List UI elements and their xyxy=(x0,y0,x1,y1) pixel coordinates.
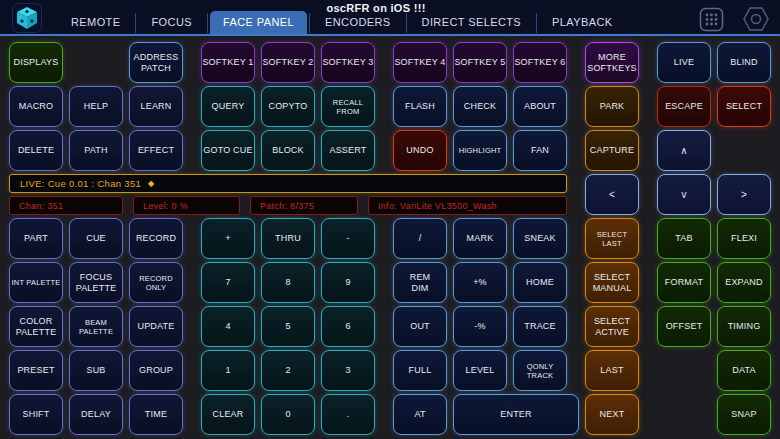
blind-button[interactable]: BLIND xyxy=(717,42,771,83)
offset-button[interactable]: OFFSET xyxy=(657,306,711,347)
select-button[interactable]: SELECT xyxy=(717,86,771,127)
minus-percent-button[interactable]: -% xyxy=(453,306,507,347)
part-button[interactable]: PART xyxy=(9,218,63,259)
copyto-button[interactable]: COPYTO xyxy=(261,86,315,127)
trace-button[interactable]: TRACE xyxy=(513,306,567,347)
digit-3-button[interactable]: 3 xyxy=(321,350,375,391)
path-button[interactable]: PATH xyxy=(69,130,123,171)
macro-button[interactable]: MACRO xyxy=(9,86,63,127)
timing-button[interactable]: TIMING xyxy=(717,306,771,347)
displays-button[interactable]: DISPLAYS xyxy=(9,42,63,83)
time-button[interactable]: TIME xyxy=(129,394,183,435)
about-button[interactable]: ABOUT xyxy=(513,86,567,127)
at-button[interactable]: AT xyxy=(393,394,447,435)
data-button[interactable]: DATA xyxy=(717,350,771,391)
tab-direct-selects[interactable]: DIRECT SELECTS xyxy=(409,11,535,34)
digit-4-button[interactable]: 4 xyxy=(201,306,255,347)
plus-button[interactable]: + xyxy=(201,218,255,259)
select-manual-button[interactable]: SELECT MANUAL xyxy=(585,262,639,303)
digit-2-button[interactable]: 2 xyxy=(261,350,315,391)
mark-button[interactable]: MARK xyxy=(453,218,507,259)
fan-button[interactable]: FAN xyxy=(513,130,567,171)
escape-button[interactable]: ESCAPE xyxy=(657,86,711,127)
next-button[interactable]: NEXT xyxy=(585,394,639,435)
tab-button[interactable]: TAB xyxy=(657,218,711,259)
out-button[interactable]: OUT xyxy=(393,306,447,347)
help-button[interactable]: HELP xyxy=(69,86,123,127)
softkey-2-button[interactable]: SOFTKEY 2 xyxy=(261,42,315,83)
softkey-6-button[interactable]: SOFTKEY 6 xyxy=(513,42,567,83)
record-button[interactable]: RECORD xyxy=(129,218,183,259)
digit-6-button[interactable]: 6 xyxy=(321,306,375,347)
nav-up-button[interactable]: ∧ xyxy=(657,130,711,171)
highlight-button[interactable]: HIGHLIGHT xyxy=(453,130,507,171)
plus-percent-button[interactable]: +% xyxy=(453,262,507,303)
sneak-button[interactable]: SNEAK xyxy=(513,218,567,259)
sub-button[interactable]: SUB xyxy=(69,350,123,391)
undo-button[interactable]: UNDO xyxy=(393,130,447,171)
thru-button[interactable]: THRU xyxy=(261,218,315,259)
last-button[interactable]: LAST xyxy=(585,350,639,391)
cue-button[interactable]: CUE xyxy=(69,218,123,259)
minus-button[interactable]: - xyxy=(321,218,375,259)
preset-button[interactable]: PRESET xyxy=(9,350,63,391)
dot-button[interactable]: . xyxy=(321,394,375,435)
nav-right-button[interactable]: > xyxy=(717,174,771,215)
qonly-track-button[interactable]: QONLY TRACK xyxy=(513,350,567,391)
beam-palette-button[interactable]: BEAM PALETTE xyxy=(69,306,123,347)
digit-7-button[interactable]: 7 xyxy=(201,262,255,303)
check-button[interactable]: CHECK xyxy=(453,86,507,127)
flash-button[interactable]: FLASH xyxy=(393,86,447,127)
effect-button[interactable]: EFFECT xyxy=(129,130,183,171)
assert-button[interactable]: ASSERT xyxy=(321,130,375,171)
live-button[interactable]: LIVE xyxy=(657,42,711,83)
group-button[interactable]: GROUP xyxy=(129,350,183,391)
more-softkeys-button[interactable]: MORE SOFTKEYS xyxy=(585,42,639,83)
query-button[interactable]: QUERY xyxy=(201,86,255,127)
softkey-1-button[interactable]: SOFTKEY 1 xyxy=(201,42,255,83)
level-button[interactable]: LEVEL xyxy=(453,350,507,391)
delay-button[interactable]: DELAY xyxy=(69,394,123,435)
slash-button[interactable]: / xyxy=(393,218,447,259)
softkey-3-button[interactable]: SOFTKEY 3 xyxy=(321,42,375,83)
tab-encoders[interactable]: ENCODERS xyxy=(312,11,404,34)
flexi-button[interactable]: FLEXI xyxy=(717,218,771,259)
shift-button[interactable]: SHIFT xyxy=(9,394,63,435)
softkey-5-button[interactable]: SOFTKEY 5 xyxy=(453,42,507,83)
recall-from-button[interactable]: RECALL FROM xyxy=(321,86,375,127)
full-button[interactable]: FULL xyxy=(393,350,447,391)
learn-button[interactable]: LEARN xyxy=(129,86,183,127)
tab-focus[interactable]: FOCUS xyxy=(138,11,205,34)
goto-cue-button[interactable]: GOTO CUE xyxy=(201,130,255,171)
grid-icon[interactable] xyxy=(699,7,724,32)
update-button[interactable]: UPDATE xyxy=(129,306,183,347)
nav-left-button[interactable]: < xyxy=(585,174,639,215)
record-only-button[interactable]: RECORD ONLY xyxy=(129,262,183,303)
enter-button[interactable]: ENTER xyxy=(453,394,579,435)
clear-button[interactable]: CLEAR xyxy=(201,394,255,435)
digit-5-button[interactable]: 5 xyxy=(261,306,315,347)
expand-button[interactable]: EXPAND xyxy=(717,262,771,303)
nav-down-button[interactable]: v xyxy=(657,174,711,215)
digit-0-button[interactable]: 0 xyxy=(261,394,315,435)
address-patch-button[interactable]: ADDRESS PATCH xyxy=(129,42,183,83)
int-palette-button[interactable]: INT PALETTE xyxy=(9,262,63,303)
capture-button[interactable]: CAPTURE xyxy=(585,130,639,171)
color-palette-button[interactable]: COLOR PALETTE xyxy=(9,306,63,347)
delete-button[interactable]: DELETE xyxy=(9,130,63,171)
snap-button[interactable]: SNAP xyxy=(717,394,771,435)
digit-1-button[interactable]: 1 xyxy=(201,350,255,391)
tab-face-panel[interactable]: FACE PANEL xyxy=(210,11,307,34)
rem-dim-button[interactable]: REM DIM xyxy=(393,262,447,303)
tab-playback[interactable]: PLAYBACK xyxy=(539,11,625,34)
softkey-4-button[interactable]: SOFTKEY 4 xyxy=(393,42,447,83)
hexagon-icon[interactable] xyxy=(742,6,770,32)
home-button[interactable]: HOME xyxy=(513,262,567,303)
tab-remote[interactable]: REMOTE xyxy=(58,11,133,34)
digit-9-button[interactable]: 9 xyxy=(321,262,375,303)
digit-8-button[interactable]: 8 xyxy=(261,262,315,303)
focus-palette-button[interactable]: FOCUS PALETTE xyxy=(69,262,123,303)
format-button[interactable]: FORMAT xyxy=(657,262,711,303)
block-button[interactable]: BLOCK xyxy=(261,130,315,171)
select-last-button[interactable]: SELECT LAST xyxy=(585,218,639,259)
